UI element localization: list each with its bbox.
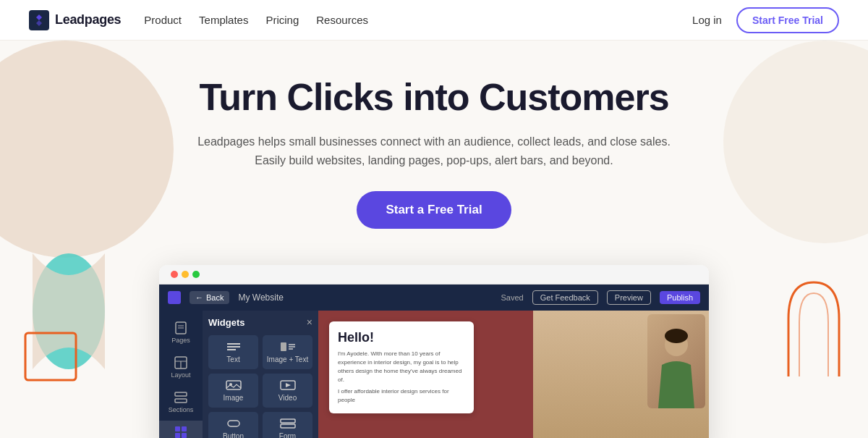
svg-rect-24 (226, 381, 241, 389)
canvas-body: I'm Ayodele. With more than 10 years of … (338, 350, 465, 384)
svg-rect-28 (228, 421, 239, 426)
svg-rect-10 (175, 399, 187, 403)
pages-icon (174, 321, 188, 335)
hero-cta-button[interactable]: Start a Free Trial (357, 191, 511, 229)
svg-rect-12 (182, 426, 187, 431)
logo-link[interactable]: Leadpages (29, 10, 121, 30)
widget-image-text[interactable]: Image + Text (263, 335, 312, 369)
widget-video[interactable]: Video (263, 374, 312, 408)
person-illustration (651, 329, 702, 408)
app-body: Pages Layout Sections (159, 311, 709, 438)
widgets-header: Widgets × (208, 316, 312, 328)
sidebar-item-sections[interactable]: Sections (159, 386, 203, 418)
app-logo-icon (168, 291, 181, 304)
widget-image[interactable]: Image (208, 374, 258, 408)
svg-rect-29 (281, 419, 295, 423)
maximize-button-dot (192, 271, 200, 278)
app-preview: ← Back My Website Saved Get Feedback Pre… (159, 265, 709, 438)
nav-link-resources[interactable]: Resources (316, 14, 368, 26)
canvas-photo (647, 314, 705, 408)
image-text-widget-icon (279, 341, 297, 353)
saved-indicator: Saved (501, 293, 524, 302)
button-widget-label: Button (223, 432, 244, 438)
widget-grid: Text Image + Text (208, 335, 312, 438)
sections-label: Sections (169, 406, 194, 413)
widgets-icon (174, 425, 188, 438)
sidebar-item-layout[interactable]: Layout (159, 351, 203, 383)
app-titlebar (159, 265, 709, 285)
site-name-label: My Website (238, 292, 283, 303)
pages-label: Pages (171, 337, 190, 344)
svg-rect-11 (175, 426, 180, 431)
navbar: Leadpages Product Templates Pricing Reso… (0, 0, 868, 41)
app-sidebar: Pages Layout Sections (159, 311, 203, 438)
button-widget-icon (225, 418, 242, 429)
layout-label: Layout (171, 371, 190, 379)
nav-link-templates[interactable]: Templates (199, 14, 248, 26)
hero-section: Turn Clicks into Customers Leadpages hel… (0, 41, 868, 250)
canvas-card: Hello! I'm Ayodele. With more than 10 ye… (329, 321, 474, 413)
widget-text[interactable]: Text (208, 335, 258, 369)
widget-form[interactable]: Form (263, 412, 312, 438)
hero-subtitle: Leadpages helps small businesses connect… (14, 132, 854, 169)
nav-right: Log in Start Free Trial (692, 7, 839, 33)
svg-rect-9 (175, 392, 187, 396)
svg-rect-20 (281, 342, 286, 351)
text-widget-icon (225, 341, 242, 353)
nav-link-pricing[interactable]: Pricing (265, 14, 299, 26)
widgets-title: Widgets (208, 317, 244, 328)
image-widget-icon (225, 379, 242, 391)
sidebar-item-pages[interactable]: Pages (159, 316, 203, 348)
traffic-lights (171, 271, 200, 278)
image-text-widget-label: Image + Text (267, 355, 308, 363)
svg-rect-14 (182, 433, 187, 438)
minimize-button-dot (182, 271, 189, 278)
get-feedback-button[interactable]: Get Feedback (532, 290, 598, 305)
canvas-content: Hello! I'm Ayodele. With more than 10 ye… (318, 311, 709, 438)
layout-icon (174, 355, 188, 370)
form-widget-icon (279, 418, 297, 429)
app-canvas: Hello! I'm Ayodele. With more than 10 ye… (318, 311, 709, 438)
canvas-body2: I offer affordable interior design servi… (338, 387, 465, 405)
logo-icon (29, 10, 49, 30)
hero-title: Turn Clicks into Customers (14, 77, 854, 118)
form-widget-label: Form (279, 432, 296, 438)
image-widget-label: Image (224, 394, 244, 402)
widgets-panel: Widgets × Text (203, 311, 318, 438)
sidebar-item-widgets[interactable]: Widgets (159, 421, 203, 438)
back-arrow-icon: ← (195, 293, 203, 302)
widget-button[interactable]: Button (208, 412, 258, 438)
video-widget-icon (279, 379, 297, 391)
svg-marker-27 (286, 383, 291, 387)
back-button[interactable]: ← Back (190, 291, 229, 304)
widgets-close-button[interactable]: × (307, 316, 312, 328)
canvas-hello: Hello! (338, 330, 465, 345)
nav-left: Leadpages Product Templates Pricing Reso… (29, 10, 368, 30)
app-toolbar: ← Back My Website Saved Get Feedback Pre… (159, 285, 709, 311)
preview-button[interactable]: Preview (607, 290, 651, 305)
video-widget-label: Video (278, 394, 297, 402)
close-button-dot (171, 271, 178, 278)
svg-point-32 (665, 329, 688, 343)
start-free-trial-button[interactable]: Start Free Trial (736, 7, 839, 33)
text-widget-label: Text (226, 355, 239, 363)
login-link[interactable]: Log in (692, 14, 722, 26)
publish-button[interactable]: Publish (660, 291, 700, 304)
nav-link-product[interactable]: Product (144, 14, 182, 26)
nav-links: Product Templates Pricing Resources (144, 14, 368, 26)
logo-text: Leadpages (55, 12, 121, 28)
sections-icon (174, 390, 188, 405)
svg-rect-13 (175, 433, 180, 438)
svg-rect-30 (281, 424, 295, 428)
